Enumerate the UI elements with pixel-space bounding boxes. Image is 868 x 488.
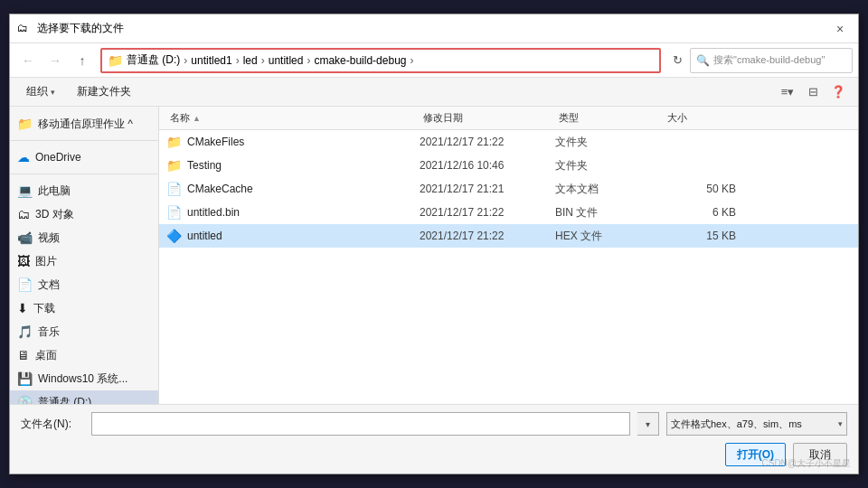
favorites-folder-icon: 📁: [17, 117, 33, 131]
windows10-icon: 💾: [17, 371, 33, 386]
file-type-cell: 文件夹: [555, 158, 664, 174]
new-folder-button[interactable]: 新建文件夹: [70, 81, 138, 103]
toolbar: ← → ↑ 📁 普通盘 (D:) › untitled1 › led › unt…: [10, 43, 858, 78]
file-name-cell: 📁 CMakeFiles: [166, 135, 420, 149]
forward-button[interactable]: →: [42, 48, 68, 73]
table-row[interactable]: 📁 CMakeFiles 2021/12/17 21:22 文件夹: [159, 130, 858, 154]
sidebar-item-downloads-label: 下载: [33, 301, 55, 316]
file-list: 名称 ▲ 修改日期 类型 大小 📁 CMakeFiles: [159, 107, 858, 404]
sidebar-item-videos[interactable]: 📹 视频: [10, 226, 158, 249]
videos-icon: 📹: [17, 230, 33, 245]
sidebar-item-drive-d[interactable]: 💿 普通盘 (D:): [10, 390, 158, 404]
help-button[interactable]: ❓: [827, 81, 849, 103]
sidebar-item-music[interactable]: 🎵 音乐: [10, 320, 158, 343]
filetype-select-text: 文件格式hex、a79、sim、ms: [671, 418, 802, 431]
sidebar-item-windows10-label: Windows10 系统...: [38, 371, 127, 387]
sidebar-item-favorites[interactable]: 📁 移动通信原理作业 ^: [10, 112, 158, 136]
sidebar-item-this-pc-label: 此电脑: [38, 183, 71, 199]
table-row[interactable]: 📄 CMakeCache 2021/12/17 21:21 文本文档 50 KB: [159, 177, 858, 201]
col-name-header[interactable]: 名称 ▲: [166, 111, 420, 125]
file-list-header: 名称 ▲ 修改日期 类型 大小: [159, 107, 858, 130]
sidebar-item-onedrive-label: OneDrive: [35, 151, 81, 164]
music-icon: 🎵: [17, 324, 33, 339]
file-name: CMakeCache: [187, 183, 253, 195]
file-size-cell: 6 KB: [664, 206, 736, 219]
refresh-button[interactable]: ↻: [666, 50, 688, 71]
sidebar-sep-1: [10, 140, 158, 141]
file-date-cell: 2021/12/17 21:22: [420, 206, 555, 219]
filetype-select[interactable]: 文件格式hex、a79、sim、ms ▾: [666, 412, 847, 436]
path-sep-1: ›: [184, 54, 187, 67]
sidebar-item-pictures[interactable]: 🖼 图片: [10, 249, 158, 273]
sidebar-item-documents[interactable]: 📄 文档: [10, 273, 158, 296]
dialog-title: 选择要下载的文件: [37, 21, 124, 36]
file-name: CMakeFiles: [187, 136, 244, 148]
file-type-cell: 文件夹: [555, 135, 664, 150]
folder-icon: 📁: [166, 135, 182, 149]
sidebar-item-windows10[interactable]: 💾 Windows10 系统...: [10, 367, 158, 390]
back-button[interactable]: ←: [15, 48, 41, 73]
view-preview-button[interactable]: ⊟: [802, 81, 824, 103]
sidebar-item-documents-label: 文档: [38, 277, 60, 293]
open-button[interactable]: 打开(O): [725, 443, 786, 466]
cancel-button[interactable]: 取消: [793, 443, 847, 466]
desktop-icon: 🖥: [17, 348, 30, 362]
sidebar-item-3d-label: 3D 对象: [35, 207, 74, 222]
address-bar[interactable]: 📁 普通盘 (D:) › untitled1 › led › untitled …: [100, 48, 661, 73]
organize-button[interactable]: 组织 ▾: [19, 81, 62, 103]
sidebar-item-3d[interactable]: 🗂 3D 对象: [10, 202, 158, 226]
file-name-cell: 📁 Testing: [166, 158, 420, 173]
search-placeholder: 搜索"cmake-build-debug": [713, 53, 825, 67]
file-type-cell: HEX 文件: [555, 229, 664, 244]
file-type-cell: BIN 文件: [555, 205, 664, 221]
this-pc-icon: 💻: [17, 183, 33, 198]
main-area: 📁 移动通信原理作业 ^ ☁ OneDrive 💻 此电脑 🗂: [10, 107, 858, 404]
pictures-icon: 🖼: [17, 254, 30, 268]
file-name-cell: 🔷 untitled: [166, 229, 420, 243]
document-icon: 📄: [166, 205, 182, 220]
table-row[interactable]: 📁 Testing 2021/12/16 10:46 文件夹: [159, 154, 858, 177]
file-date-cell: 2021/12/17 21:22: [420, 230, 555, 242]
up-button[interactable]: ↑: [70, 48, 95, 73]
address-folder-icon: 📁: [108, 53, 123, 68]
address-path: 普通盘 (D:) › untitled1 › led › untitled › …: [127, 52, 415, 68]
dialog-icon: 🗂: [17, 22, 32, 36]
bottom-bar: 文件名(N): ▾ 文件格式hex、a79、sim、ms ▾ 打开(O) 取消: [10, 404, 858, 474]
view-list-button[interactable]: ≡▾: [777, 81, 798, 103]
close-button[interactable]: ×: [829, 18, 851, 40]
documents-icon: 📄: [17, 277, 33, 292]
table-row[interactable]: 🔷 untitled 2021/12/17 21:22 HEX 文件 15 KB: [159, 224, 858, 248]
file-date-cell: 2021/12/17 21:22: [420, 136, 555, 148]
sidebar-item-onedrive[interactable]: ☁ OneDrive: [10, 145, 158, 169]
folder-icon: 📁: [166, 158, 182, 173]
sidebar-sep-2: [10, 174, 158, 174]
path-part-5: cmake-build-debug: [314, 54, 406, 67]
path-part-2: untitled1: [191, 54, 231, 67]
sidebar-item-desktop[interactable]: 🖥 桌面: [10, 343, 158, 367]
3d-icon: 🗂: [17, 207, 30, 221]
sidebar-section-cloud: ☁ OneDrive: [10, 144, 158, 171]
sidebar-item-downloads[interactable]: ⬇ 下载: [10, 296, 158, 320]
view-controls: ≡▾ ⊟ ❓: [777, 81, 849, 103]
col-type-header[interactable]: 类型: [555, 111, 664, 125]
file-name: Testing: [187, 159, 222, 172]
sidebar-item-pictures-label: 图片: [35, 254, 57, 269]
filename-dropdown-button[interactable]: ▾: [637, 412, 659, 436]
filename-input[interactable]: [91, 412, 630, 436]
table-row[interactable]: 📄 untitled.bin 2021/12/17 21:22 BIN 文件 6…: [159, 201, 858, 224]
sidebar-item-this-pc[interactable]: 💻 此电脑: [10, 179, 158, 202]
col-size-header[interactable]: 大小: [664, 111, 736, 125]
file-name: untitled.bin: [187, 206, 240, 219]
file-date-cell: 2021/12/17 21:21: [420, 183, 555, 195]
new-folder-label: 新建文件夹: [77, 84, 131, 99]
path-part-3: led: [243, 54, 258, 67]
path-sep-2: ›: [236, 54, 240, 67]
sidebar: 📁 移动通信原理作业 ^ ☁ OneDrive 💻 此电脑 🗂: [10, 107, 159, 404]
filename-label: 文件名(N):: [21, 417, 84, 432]
search-bar[interactable]: 🔍 搜索"cmake-build-debug": [690, 48, 853, 73]
downloads-icon: ⬇: [17, 301, 28, 315]
col-date-header[interactable]: 修改日期: [420, 111, 555, 125]
sidebar-item-drive-d-label: 普通盘 (D:): [38, 395, 91, 405]
sidebar-item-music-label: 音乐: [38, 324, 60, 340]
path-part-1: 普通盘 (D:): [127, 52, 180, 68]
